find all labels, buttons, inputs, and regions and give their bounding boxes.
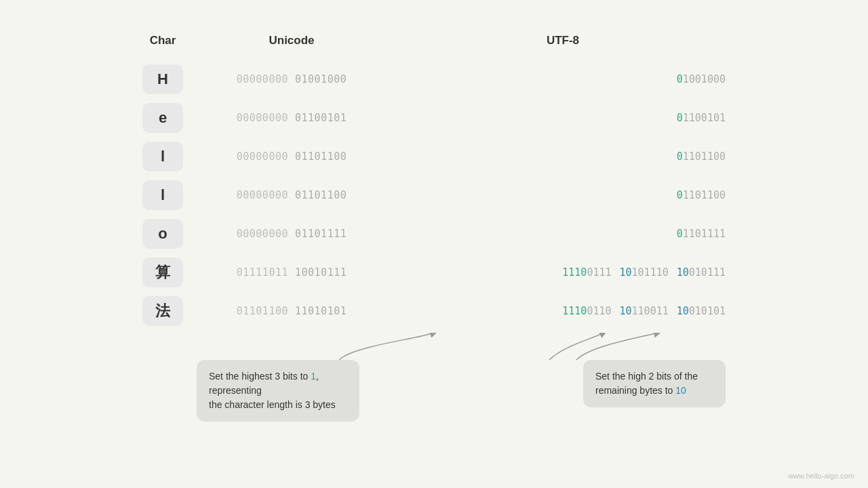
- char-cell: H: [129, 64, 197, 94]
- table-row: H 00000000 01001000 01001000: [129, 60, 739, 98]
- char-value: l: [142, 180, 183, 210]
- utf8-cell: 01101111: [387, 228, 739, 240]
- utf8-cell: 01001000: [387, 73, 739, 85]
- table-header: Char Unicode UTF-8: [129, 34, 739, 47]
- table-row: o 00000000 01101111 01101111: [129, 214, 739, 253]
- tooltip-left-highlight: 1: [311, 371, 316, 382]
- utf8-cell: 11100110 10110011 10010101: [387, 305, 739, 317]
- utf8-byte2-suan2: 10110011: [620, 305, 669, 317]
- col-header-utf8: UTF-8: [387, 34, 739, 47]
- char-value: e: [142, 103, 183, 133]
- page: Char Unicode UTF-8 H 00000000 01001000 0…: [0, 0, 868, 488]
- unicode-cell: 00000000 01101100: [197, 150, 387, 163]
- utf8-byte3-suan2: 10010101: [677, 305, 726, 317]
- tooltip-left: Set the highest 3 bits to 1, representin…: [197, 360, 359, 422]
- utf8-cell: 01101100: [387, 150, 739, 163]
- watermark: www.hello-algo.com: [788, 472, 854, 480]
- utf8-cell: 01101100: [387, 189, 739, 201]
- unicode-cell: 00000000 01101100: [197, 189, 387, 201]
- table-row: l 00000000 01101100 01101100: [129, 137, 739, 176]
- table-row: 算 01111011 10010111 11100111 10101110 10…: [129, 253, 739, 291]
- unicode-cell: 00000000 01101111: [197, 228, 387, 240]
- char-value: l: [142, 142, 183, 171]
- utf8-cell: 11100111 10101110 10010111: [387, 266, 739, 279]
- char-cell: l: [129, 180, 197, 210]
- char-value: 算: [142, 258, 183, 287]
- char-cell: l: [129, 142, 197, 171]
- annotation-area: Set the highest 3 bits to 1, representin…: [129, 333, 739, 421]
- unicode-cell: 01101100 11010101: [197, 305, 387, 317]
- table-body: H 00000000 01001000 01001000 e 00000000 …: [129, 60, 739, 330]
- char-cell: e: [129, 103, 197, 133]
- tooltip-right-text: Set the high 2 bits of theremaining byte…: [595, 371, 698, 396]
- char-cell: 法: [129, 296, 197, 326]
- utf8-cell: 01100101: [387, 112, 739, 124]
- tooltip-left-text: Set the highest 3 bits to 1, representin…: [209, 371, 336, 410]
- utf8-byte1-suan2: 11100110: [562, 305, 611, 317]
- table-row: e 00000000 01100101 01100101: [129, 98, 739, 137]
- col-header-char: Char: [129, 34, 197, 47]
- char-value: H: [142, 64, 183, 94]
- table-row: 法 01101100 11010101 11100110 10110011 10…: [129, 291, 739, 330]
- unicode-cell: 00000000 01100101: [197, 112, 387, 124]
- char-value: o: [142, 219, 183, 249]
- char-value: 法: [142, 296, 183, 326]
- table-row: l 00000000 01101100 01101100: [129, 176, 739, 214]
- col-header-unicode: Unicode: [197, 34, 387, 47]
- char-cell: o: [129, 219, 197, 249]
- char-cell: 算: [129, 258, 197, 287]
- tooltip-right: Set the high 2 bits of theremaining byte…: [583, 360, 726, 407]
- unicode-cell: 00000000 01001000: [197, 73, 387, 85]
- unicode-cell: 01111011 10010111: [197, 266, 387, 279]
- tooltip-right-highlight: 10: [675, 385, 686, 396]
